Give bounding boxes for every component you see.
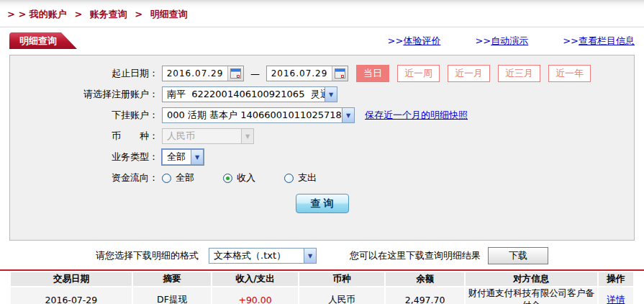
quick-range-3months-button[interactable]: 近三月 <box>498 65 540 82</box>
calendar-icon[interactable] <box>332 66 348 81</box>
download-row: 请您选择下载明细的格式 文本格式（.txt） ▼ 您可以在这里下载查询明细结果 … <box>0 247 644 264</box>
flow-radio-all[interactable]: 全部 <box>162 171 194 184</box>
cell-trade-date: 2016-07-29 <box>11 287 132 304</box>
chevron-down-icon: ▼ <box>304 249 316 263</box>
currency-select-disabled: 人民币 ▼ <box>162 128 254 144</box>
breadcrumb-separator: > <box>135 9 142 19</box>
quick-range-month-button[interactable]: 近一月 <box>448 65 490 82</box>
date-range-row: 起止日期： 2016.07.29 — 2016.07.29 <box>10 65 634 82</box>
chevron-down-icon: ▼ <box>191 150 203 164</box>
query-form: 起止日期： 2016.07.29 — 2016.07.29 <box>9 55 635 241</box>
download-format-label: 请您选择下载明细的格式 <box>96 249 199 262</box>
chevron-down-icon: ▼ <box>241 129 253 143</box>
col-amount: 收入/支出 <box>212 272 298 286</box>
flow-radio-expense[interactable]: 支出 <box>284 171 317 184</box>
sub-account-row: 下挂账户： 000 活期 基本户 1406600101102571848 ▼ 保… <box>10 107 634 124</box>
quick-range-year-button[interactable]: 近一年 <box>548 65 591 82</box>
divider <box>0 27 644 27</box>
query-button[interactable]: 查 询 <box>296 194 349 213</box>
cell-balance: 2,497.70 <box>386 287 464 304</box>
calendar-icon[interactable] <box>227 66 243 81</box>
breadcrumb-item-detail-query[interactable]: 明细查询 <box>150 9 188 19</box>
fund-flow-row: 资金流向： 全部 收入 支出 <box>10 169 634 187</box>
cell-counterparty: 财付通支付科技有限公司客户备付金 <box>466 287 597 304</box>
col-trade-date: 交易日期 <box>11 272 132 286</box>
query-button-row: 查 询 <box>10 194 634 213</box>
transactions-table: 交易日期 摘要 收入/支出 币种 余额 对方信息 操作 2016-07-29 D… <box>9 271 635 304</box>
detail-query-page: > > 我的账户 > 账务查询 > 明细查询 明细查询 >>体验评价 >>自动演… <box>0 0 644 304</box>
breadcrumb: > > 我的账户 > 账务查询 > 明细查询 <box>0 0 644 21</box>
radio-icon <box>162 174 171 183</box>
business-type-label: 业务类型： <box>10 151 158 164</box>
download-button[interactable]: 下载 <box>488 247 548 264</box>
register-account-select[interactable]: 南平 6222001406100921065 灵通卡 ▼ <box>162 86 337 102</box>
link-auto-demo[interactable]: >>自动演示 <box>475 35 528 48</box>
business-type-row: 业务类型： 全部 ▼ <box>10 148 634 166</box>
col-currency: 币种 <box>299 272 385 286</box>
sub-account-select[interactable]: 000 活期 基本户 1406600101102571848 ▼ <box>162 107 355 123</box>
breadcrumb-item-my-account[interactable]: 我的账户 <box>30 9 67 19</box>
cell-currency: 人民币 <box>299 287 385 304</box>
radio-checked-icon <box>223 174 232 183</box>
chevron-down-icon: ▼ <box>325 87 337 102</box>
sub-account-label: 下挂账户： <box>10 109 158 122</box>
tab-detail-query[interactable]: 明细查询 <box>9 32 77 49</box>
business-type-select[interactable]: 全部 ▼ <box>162 149 204 165</box>
detail-link[interactable]: 详情 <box>607 294 625 304</box>
fund-flow-label: 资金流向： <box>10 171 158 184</box>
currency-label: 币 种： <box>10 130 158 143</box>
col-counterparty: 对方信息 <box>466 272 597 286</box>
quick-range-today-button[interactable]: 当日 <box>356 65 389 82</box>
cell-summary: DF提现 <box>133 287 212 304</box>
breadcrumb-item-account-query[interactable]: 账务查询 <box>90 9 127 19</box>
header-links: >>体验评价 >>自动演示 >>查看栏目信息 <box>388 35 635 48</box>
date-to-input[interactable]: 2016.07.29 <box>266 66 348 81</box>
col-balance: 余额 <box>386 272 464 286</box>
breadcrumb-separator: > <box>74 9 82 19</box>
col-summary: 摘要 <box>133 272 212 286</box>
flow-radio-income[interactable]: 收入 <box>223 171 255 184</box>
date-range-label: 起止日期： <box>10 67 158 80</box>
date-from-input[interactable]: 2016.07.29 <box>162 66 244 81</box>
cell-amount: +90.00 <box>212 287 298 304</box>
col-action: 操作 <box>599 272 633 286</box>
register-account-row: 请选择注册账户： 南平 6222001406100921065 灵通卡 ▼ <box>10 86 634 103</box>
chevron-down-icon: ▼ <box>342 108 354 122</box>
radio-icon <box>284 174 294 183</box>
quick-range-week-button[interactable]: 近一周 <box>397 65 440 82</box>
currency-row: 币 种： 人民币 ▼ <box>10 128 634 145</box>
link-experience-evaluation[interactable]: >>体验评价 <box>388 35 441 48</box>
breadcrumb-prefix: > > <box>7 9 26 19</box>
register-account-label: 请选择注册账户： <box>10 88 158 101</box>
link-view-column-info[interactable]: >>查看栏目信息 <box>563 35 635 48</box>
table-header-row: 交易日期 摘要 收入/支出 币种 余额 对方信息 操作 <box>11 272 633 286</box>
tab-row: 明细查询 >>体验评价 >>自动演示 >>查看栏目信息 <box>0 32 644 55</box>
save-monthly-snapshot-link[interactable]: 保存近一个月的明细快照 <box>365 109 468 122</box>
date-separator: — <box>250 68 260 79</box>
download-format-select[interactable]: 文本格式（.txt） ▼ <box>209 248 317 264</box>
download-hint-label: 您可以在这里下载查询明细结果 <box>350 249 481 262</box>
table-row: 2016-07-29 DF提现 +90.00 人民币 2,497.70 财付通支… <box>11 287 633 304</box>
